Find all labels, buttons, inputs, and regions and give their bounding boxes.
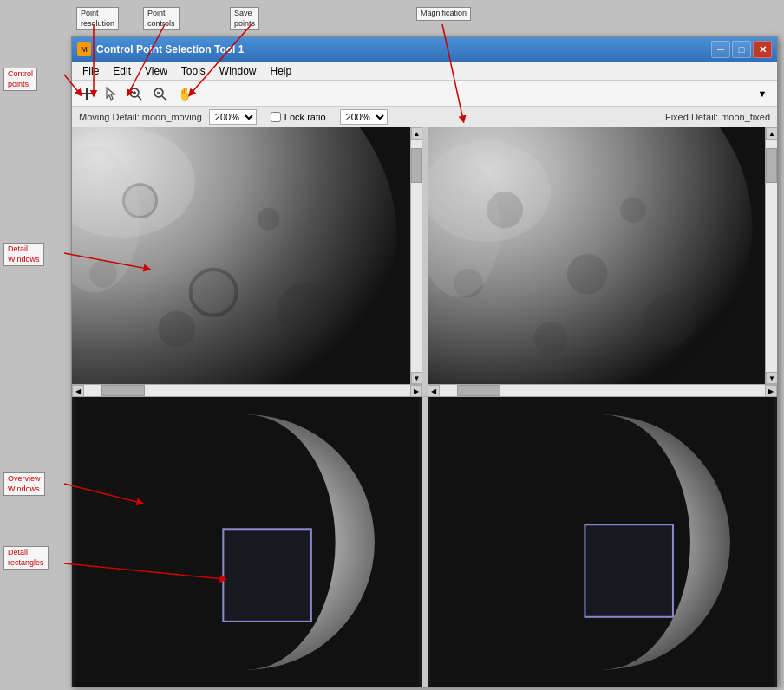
moving-mag-group: 200% 100% 50% 25%: [209, 109, 257, 125]
fixed-overview-panel[interactable]: [428, 397, 778, 687]
fixed-vscroll-down-btn[interactable]: ▼: [766, 372, 777, 384]
zoom-out-button[interactable]: [148, 83, 171, 104]
menu-file[interactable]: File: [75, 63, 106, 79]
window-title: Control Point Selection Tool 1: [96, 43, 244, 55]
save-points-label: Save points: [230, 7, 259, 30]
moving-detail-image[interactable]: [72, 127, 410, 384]
select-points-button[interactable]: [100, 83, 122, 104]
fixed-detail-panel-inner: ▲ ▼: [428, 127, 778, 384]
lock-ratio-group: Lock ratio: [271, 112, 326, 122]
main-window: M Control Point Selection Tool 1 ─ □ ✕ F…: [71, 36, 778, 687]
close-button[interactable]: ✕: [753, 41, 772, 58]
content-area: Moving Detail: moon_moving 200% 100% 50%…: [72, 107, 777, 687]
moving-magnification-select[interactable]: 200% 100% 50% 25%: [209, 109, 257, 125]
overview-windows-label: OverviewWindows: [3, 472, 45, 496]
svg-point-26: [159, 310, 195, 347]
svg-point-33: [566, 254, 607, 295]
hscroll-track[interactable]: [84, 385, 410, 396]
toolbar: ✋ ▼: [72, 81, 777, 107]
point-controls-label: Point controls: [143, 7, 180, 30]
fixed-hscroll-thumb[interactable]: [457, 385, 500, 396]
lock-ratio-checkbox[interactable]: [271, 112, 281, 122]
titlebar: M Control Point Selection Tool 1 ─ □ ✕: [72, 37, 777, 62]
menu-help[interactable]: Help: [264, 63, 299, 79]
add-points-button[interactable]: [75, 83, 98, 104]
detail-panels-row: ▲ ▼ ◀ ▶: [72, 127, 777, 396]
hscroll-right-btn[interactable]: ▶: [410, 385, 422, 396]
detail-section: Moving Detail: moon_moving 200% 100% 50%…: [72, 107, 777, 397]
menu-view[interactable]: View: [138, 63, 174, 79]
vscroll-up-btn[interactable]: ▲: [411, 127, 422, 140]
fixed-hscroll-left-btn[interactable]: ◀: [428, 385, 440, 396]
titlebar-controls: ─ □ ✕: [711, 41, 772, 58]
menu-edit[interactable]: Edit: [106, 63, 138, 79]
svg-point-24: [258, 208, 279, 230]
matlab-icon: M: [77, 42, 91, 56]
svg-line-11: [138, 96, 141, 100]
zoom-in-button[interactable]: [124, 83, 147, 104]
svg-point-34: [620, 197, 646, 223]
hscroll-left-btn[interactable]: ◀: [72, 385, 84, 396]
point-resolution-label: Pointresolution: [76, 7, 119, 30]
options-button[interactable]: ▼: [751, 83, 774, 104]
titlebar-title: M Control Point Selection Tool 1: [77, 42, 244, 56]
fixed-hscroll-track[interactable]: [440, 385, 766, 396]
menu-tools[interactable]: Tools: [174, 63, 212, 79]
fixed-magnification-select[interactable]: 200% 100% 50%: [340, 109, 388, 125]
maximize-button[interactable]: □: [732, 41, 751, 58]
overview-section: [72, 397, 777, 687]
fixed-vscroll-thumb[interactable]: [766, 148, 777, 183]
svg-line-15: [162, 96, 166, 100]
fixed-detail-panel-wrapper: ▲ ▼ ◀ ▶: [428, 127, 778, 396]
fixed-hscroll-right-btn[interactable]: ▶: [765, 385, 777, 396]
svg-rect-53: [585, 524, 673, 617]
detail-header: Moving Detail: moon_moving 200% 100% 50%…: [72, 107, 777, 127]
moving-detail-label: Moving Detail: moon_moving: [79, 112, 202, 122]
menubar: File Edit View Tools Window Help: [72, 62, 777, 81]
svg-point-37: [644, 294, 695, 345]
svg-text:✋: ✋: [178, 87, 192, 101]
svg-point-27: [278, 283, 332, 338]
overview-panels: [72, 397, 777, 687]
vscroll-track[interactable]: [411, 140, 422, 372]
fixed-detail-vscroll[interactable]: ▲ ▼: [765, 127, 777, 384]
lock-ratio-label: Lock ratio: [284, 112, 326, 122]
fixed-vscroll-up-btn[interactable]: ▲: [766, 127, 777, 140]
menu-window[interactable]: Window: [212, 63, 264, 79]
pan-button[interactable]: ✋: [173, 83, 195, 104]
fixed-detail-image[interactable]: [428, 127, 766, 384]
detail-windows-label: DetailWindows: [3, 243, 44, 266]
detail-rectangles-label: Detailrectangles: [3, 546, 49, 570]
magnification-label: Magnification: [416, 7, 471, 21]
moving-overview-panel[interactable]: [72, 397, 422, 687]
moving-detail-panel-inner: ▲ ▼: [72, 127, 422, 384]
moving-detail-panel-wrapper: ▲ ▼ ◀ ▶: [72, 127, 422, 396]
svg-rect-46: [223, 529, 311, 622]
moving-detail-hscroll[interactable]: ◀ ▶: [72, 384, 422, 396]
svg-point-23: [191, 270, 237, 316]
minimize-button[interactable]: ─: [711, 41, 730, 58]
hscroll-thumb[interactable]: [101, 385, 145, 396]
fixed-detail-label: Fixed Detail: moon_fixed: [665, 112, 770, 122]
fixed-detail-hscroll[interactable]: ◀ ▶: [428, 384, 778, 396]
control-points-label: Controlpoints: [3, 68, 37, 91]
vscroll-down-btn[interactable]: ▼: [411, 372, 422, 384]
moving-detail-vscroll[interactable]: ▲ ▼: [410, 127, 422, 384]
svg-point-36: [533, 322, 566, 355]
fixed-vscroll-track[interactable]: [766, 140, 777, 372]
vscroll-thumb[interactable]: [411, 148, 422, 183]
